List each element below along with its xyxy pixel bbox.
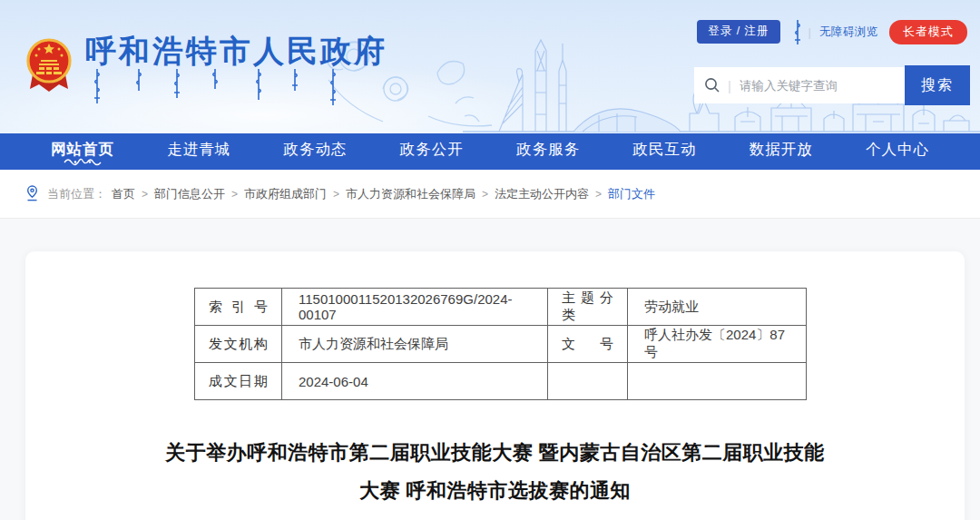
breadcrumb-separator: > <box>231 188 238 201</box>
search-input-box: | <box>694 67 905 103</box>
meta-row-date: 成文日期 2024-06-04 <box>195 363 807 400</box>
national-emblem-logo[interactable] <box>24 36 74 93</box>
document-card: 索引号 1150100011520132026769G/2024-00107 主… <box>25 251 965 520</box>
breadcrumb-separator: > <box>482 188 488 201</box>
site-header: 呼和浩特市人民政府 登录 / 注册 | 无障碍浏览 长者模式 | <box>0 0 980 133</box>
document-title-line-1: 关于举办呼和浩特市第二届职业技能大赛 暨内蒙古自治区第二届职业技能 <box>25 434 965 472</box>
meta-value-index-number: 1150100011520132026769G/2024-00107 <box>282 289 548 326</box>
nav-item-gov-news[interactable]: 政务动态 <box>284 138 348 165</box>
breadcrumb-link-statutory-disclosure[interactable]: 法定主动公开内容 <box>495 186 589 202</box>
breadcrumb-link-dept-info[interactable]: 部门信息公开 <box>154 186 225 202</box>
nav-item-about-city[interactable]: 走进青城 <box>167 138 230 165</box>
breadcrumb-link-dept-documents[interactable]: 部门文件 <box>608 186 655 202</box>
mongolian-script-subtitle <box>87 69 359 109</box>
login-register-button[interactable]: 登录 / 注册 <box>697 20 779 44</box>
location-pin-icon <box>25 185 39 205</box>
nav-item-gov-services[interactable]: 政务服务 <box>516 138 580 165</box>
nav-active-ornament-icon <box>64 152 102 170</box>
meta-label-document-number: 文号 <box>548 326 628 363</box>
breadcrumb-separator: > <box>595 188 602 201</box>
search-divider: | <box>728 78 731 93</box>
meta-value-empty <box>628 363 807 400</box>
header-actions: 登录 / 注册 | 无障碍浏览 长者模式 <box>697 20 967 44</box>
site-title: 呼和浩特市人民政府 <box>85 31 387 73</box>
search-icon <box>704 77 720 93</box>
breadcrumb-prefix: 当前位置： <box>47 186 106 202</box>
mongolian-script-icon <box>793 20 802 44</box>
meta-row-index: 索引号 1150100011520132026769G/2024-00107 主… <box>195 289 807 326</box>
nav-item-open-data[interactable]: 数据开放 <box>750 138 813 165</box>
main-area: 索引号 1150100011520132026769G/2024-00107 主… <box>0 220 980 520</box>
nav-item-public-interaction[interactable]: 政民互动 <box>632 138 696 165</box>
meta-value-document-number: 呼人社办发〔2024〕87号 <box>628 326 807 363</box>
breadcrumb-separator: > <box>142 188 148 201</box>
meta-label-index-number: 索引号 <box>195 289 282 326</box>
breadcrumb: 当前位置： 首页 > 部门信息公开 > 市政府组成部门 > 市人力资源和社会保障… <box>0 170 980 219</box>
document-meta-table: 索引号 1150100011520132026769G/2024-00107 主… <box>194 288 807 400</box>
elder-mode-button[interactable]: 长者模式 <box>889 20 967 44</box>
breadcrumb-link-home[interactable]: 首页 <box>112 186 135 202</box>
accessibility-link[interactable]: 无障碍浏览 <box>819 25 878 40</box>
header-divider: | <box>808 25 811 39</box>
meta-label-issue-date: 成文日期 <box>195 363 282 400</box>
breadcrumb-separator: > <box>333 188 339 201</box>
meta-label-issuing-agency: 发文机构 <box>195 326 282 363</box>
meta-label-empty <box>548 363 628 400</box>
document-title: 关于举办呼和浩特市第二届职业技能大赛 暨内蒙古自治区第二届职业技能 大赛 呼和浩… <box>25 434 965 510</box>
meta-label-topic-category: 主题分类 <box>548 289 628 326</box>
page: 呼和浩特市人民政府 登录 / 注册 | 无障碍浏览 长者模式 | <box>0 0 980 520</box>
meta-row-issuer: 发文机构 市人力资源和社会保障局 文号 呼人社办发〔2024〕87号 <box>195 326 807 363</box>
nav-item-gov-open[interactable]: 政务公开 <box>400 138 464 165</box>
nav-item-home[interactable]: 网站首页 <box>51 138 114 165</box>
nav-item-personal-center[interactable]: 个人中心 <box>866 138 929 165</box>
breadcrumb-link-city-depts[interactable]: 市政府组成部门 <box>244 186 327 202</box>
search-input[interactable] <box>740 79 885 93</box>
search-bar: | 搜索 <box>694 67 970 105</box>
search-button[interactable]: 搜索 <box>905 65 970 105</box>
meta-value-issue-date: 2024-06-04 <box>282 363 548 400</box>
meta-value-topic-category: 劳动就业 <box>628 289 807 326</box>
breadcrumb-link-hr-bureau[interactable]: 市人力资源和社会保障局 <box>346 186 475 202</box>
meta-value-issuing-agency: 市人力资源和社会保障局 <box>282 326 548 363</box>
document-title-line-2: 大赛 呼和浩特市选拔赛的通知 <box>25 472 965 510</box>
main-nav: 网站首页 走进青城 政务动态 政务公开 政务服务 政民互动 数据开放 个人中心 <box>0 133 980 170</box>
